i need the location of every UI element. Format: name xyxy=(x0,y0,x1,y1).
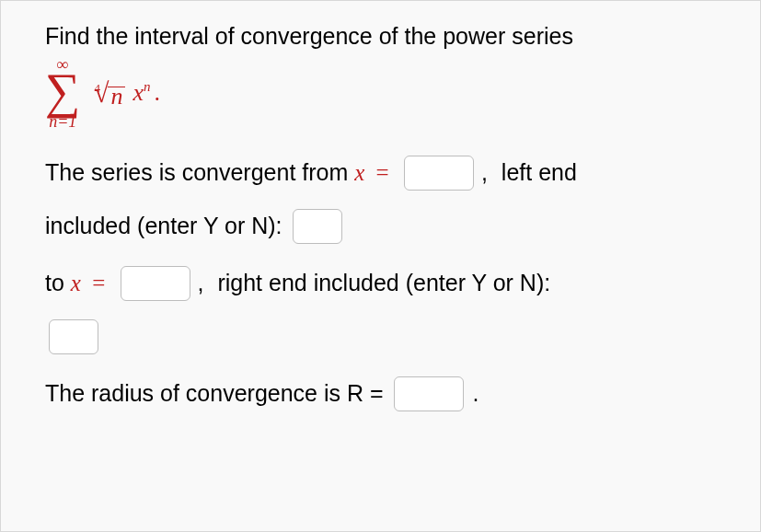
left-end-yn-input[interactable] xyxy=(293,209,342,244)
line-radius: The radius of convergence is R = . xyxy=(45,376,716,411)
line-right-end-input xyxy=(45,319,716,354)
equals-1: = xyxy=(370,160,395,186)
to-x-input[interactable] xyxy=(121,266,190,301)
problem-panel: Find the interval of convergence of the … xyxy=(0,0,761,532)
text-lead-3: to xyxy=(45,270,71,296)
line-left-end: included (enter Y or N): xyxy=(45,209,716,244)
math-x-2: x xyxy=(71,271,81,296)
series-formula: ∞ ∑ n=1 4 √ n xn . xyxy=(45,56,716,130)
radical-icon: 4 √ n xyxy=(88,79,126,107)
line-to-x: to x = , right end included (enter Y or … xyxy=(45,266,716,301)
comma-1: , xyxy=(481,159,488,186)
from-x-input[interactable] xyxy=(404,156,474,191)
prompt-text: Find the interval of convergence of the … xyxy=(45,21,716,52)
text-lead-4: The radius of convergence is R = xyxy=(45,380,390,407)
summand: 4 √ n xn . xyxy=(88,79,161,107)
period-4: . xyxy=(473,380,479,407)
text-lead-1: The series is convergent from xyxy=(45,159,354,186)
text-tail-1: left end xyxy=(495,159,577,186)
sigma-icon: ∞ ∑ n=1 xyxy=(45,56,81,130)
math-x-1: x xyxy=(354,160,364,186)
right-end-yn-input[interactable] xyxy=(49,319,98,354)
line-from-x: The series is convergent from x = , left… xyxy=(45,156,716,191)
comma-2: , xyxy=(198,270,204,296)
equals-2: = xyxy=(86,271,111,296)
text-tail-3: right end included (enter Y or N): xyxy=(211,270,550,296)
text-lead-2: included (enter Y or N): xyxy=(45,213,289,239)
radius-input[interactable] xyxy=(394,376,464,411)
